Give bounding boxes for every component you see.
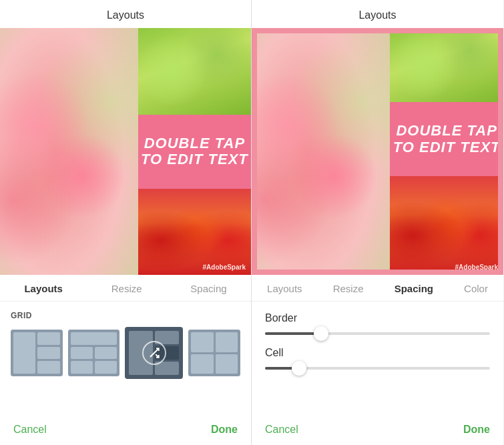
left-canvas: DOUBLE TAP TO EDIT TEXT #AdobeSpark xyxy=(0,28,251,275)
right-action-row: Cancel Done xyxy=(252,417,503,445)
right-cherry-cell xyxy=(252,28,390,275)
cherry-detail-img xyxy=(0,28,138,275)
tab-resize-left[interactable]: Resize xyxy=(107,282,146,296)
shuffle-icon xyxy=(142,341,166,365)
right-tulip-cell xyxy=(390,176,503,275)
border-slider-group: Border xyxy=(265,312,490,335)
spacing-section: Border Cell xyxy=(252,302,503,417)
grid-section: GRID xyxy=(0,302,251,417)
double-tap-line1: DOUBLE TAP xyxy=(144,135,245,151)
right-done-button[interactable]: Done xyxy=(463,424,490,436)
tab-color-right[interactable]: Color xyxy=(460,282,492,296)
right-green-cell xyxy=(390,28,503,102)
border-slider-track[interactable] xyxy=(265,332,490,335)
right-green-detail xyxy=(390,28,503,102)
left-cancel-button[interactable]: Cancel xyxy=(13,424,47,436)
grid-label: GRID xyxy=(11,311,240,320)
border-label: Border xyxy=(265,312,490,324)
grid-options xyxy=(11,327,240,379)
text-cell[interactable]: DOUBLE TAP TO EDIT TEXT xyxy=(138,115,251,189)
right-panel: Layouts DOUBLE TAP TO EDIT TEXT #AdobeSp… xyxy=(252,0,503,445)
grid-option-2[interactable] xyxy=(68,330,120,376)
right-bottom: Border Cell Cancel Done xyxy=(252,302,503,445)
left-done-button[interactable]: Done xyxy=(211,424,238,436)
cell-slider-track[interactable] xyxy=(265,367,490,370)
tab-layouts-left[interactable]: Layouts xyxy=(20,282,67,296)
right-collage: DOUBLE TAP TO EDIT TEXT xyxy=(252,28,503,275)
left-panel-header: Layouts xyxy=(0,0,251,28)
cell-slider-group: Cell xyxy=(265,347,490,370)
right-double-tap-line1: DOUBLE TAP xyxy=(396,123,497,139)
right-cherry-detail xyxy=(252,28,390,275)
right-double-tap-line2: TO EDIT TEXT xyxy=(393,139,501,155)
border-slider-fill xyxy=(265,332,321,335)
right-cancel-button[interactable]: Cancel xyxy=(265,424,298,436)
grid-option-4[interactable] xyxy=(188,330,240,376)
cell-label: Cell xyxy=(265,347,490,359)
right-panel-header: Layouts xyxy=(252,0,503,28)
right-tulip-detail xyxy=(390,176,503,275)
grid-option-1[interactable] xyxy=(11,330,63,376)
double-tap-line2: TO EDIT TEXT xyxy=(141,151,248,167)
left-watermark: #AdobeSpark xyxy=(203,264,246,271)
right-tabs: Layouts Resize Spacing Color xyxy=(252,275,503,302)
right-canvas: DOUBLE TAP TO EDIT TEXT #AdobeSpark xyxy=(252,28,503,275)
tab-layouts-right[interactable]: Layouts xyxy=(263,282,306,296)
right-text-cell[interactable]: DOUBLE TAP TO EDIT TEXT xyxy=(390,102,503,176)
grid-option-3[interactable] xyxy=(125,327,183,379)
tab-spacing-right[interactable]: Spacing xyxy=(391,282,437,296)
left-panel: Layouts DOUBLE TAP TO EDIT TEXT #AdobeSp… xyxy=(0,0,252,445)
left-action-row: Cancel Done xyxy=(0,417,251,445)
green-detail-img xyxy=(138,28,251,115)
tulip-cell xyxy=(138,189,251,276)
green-cell xyxy=(138,28,251,115)
cherry-cell xyxy=(0,28,138,275)
right-watermark: #AdobeSpark xyxy=(455,264,498,271)
left-collage: DOUBLE TAP TO EDIT TEXT xyxy=(0,28,251,275)
tab-resize-right[interactable]: Resize xyxy=(329,282,368,296)
cell-slider-thumb[interactable] xyxy=(292,361,306,376)
tulip-detail-img xyxy=(138,189,251,276)
left-bottom: GRID xyxy=(0,302,251,445)
border-slider-thumb[interactable] xyxy=(314,326,328,341)
left-tabs: Layouts Resize Spacing xyxy=(0,275,251,302)
tab-spacing-left[interactable]: Spacing xyxy=(186,282,230,296)
